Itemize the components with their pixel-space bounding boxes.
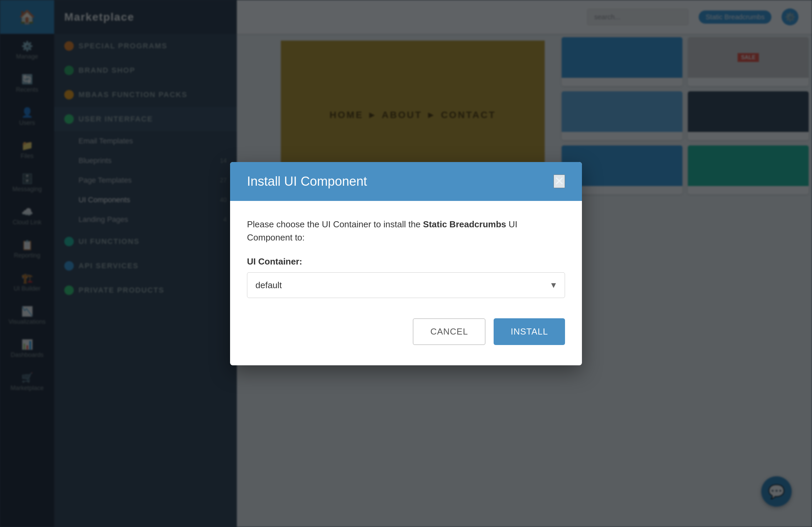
- modal-header: Install UI Component ✕: [230, 162, 582, 201]
- install-modal: Install UI Component ✕ Please choose the…: [230, 162, 582, 365]
- container-select[interactable]: default: [247, 272, 565, 298]
- modal-overlay: Install UI Component ✕ Please choose the…: [0, 0, 812, 527]
- container-select-wrapper: default ▼: [247, 272, 565, 298]
- container-label: UI Container:: [247, 257, 565, 267]
- modal-description: Please choose the UI Container to instal…: [247, 218, 565, 244]
- cancel-button[interactable]: CANCEL: [413, 318, 485, 345]
- modal-footer: CANCEL INSTALL: [247, 315, 565, 345]
- install-button[interactable]: INSTALL: [494, 318, 565, 345]
- modal-body: Please choose the UI Container to instal…: [230, 201, 582, 365]
- modal-title: Install UI Component: [247, 174, 367, 189]
- modal-close-button[interactable]: ✕: [553, 175, 565, 188]
- modal-component-name: Static Breadcrumbs: [423, 219, 506, 229]
